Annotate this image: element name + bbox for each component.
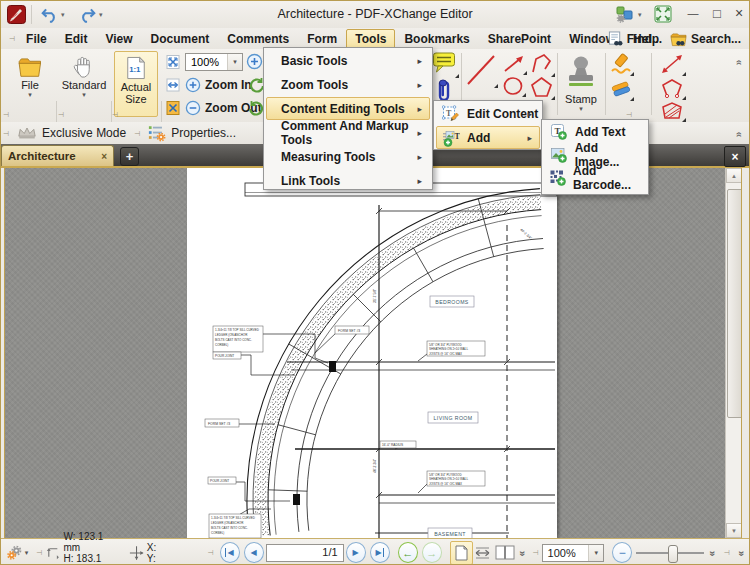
standard-tool-button[interactable]: Standard ▾: [59, 51, 109, 117]
polyline-tool[interactable]: [529, 52, 554, 76]
perimeter-tool[interactable]: [659, 77, 685, 99]
status-options-button[interactable]: ▾: [1, 544, 33, 561]
next-view-button[interactable]: →: [422, 542, 442, 563]
find-group-handle: ⊣: [598, 36, 604, 43]
highlight-tool[interactable]: [609, 53, 633, 75]
folder-icon: [17, 55, 43, 79]
status-bar: ▾ ⊣ W: 123.1 mm H: 183.1 mm X: Y: ⊣ ◀ ◀ …: [1, 538, 749, 565]
search-button[interactable]: Search...: [691, 32, 741, 46]
actual-size-button[interactable]: 1:1 ActualSize: [114, 51, 158, 117]
scroll-up-button[interactable]: ▲: [726, 168, 742, 183]
distance-tool[interactable]: [659, 53, 685, 75]
menu-file[interactable]: File: [17, 29, 56, 49]
two-page-layout-button[interactable]: [493, 542, 516, 564]
last-page-button[interactable]: ▶: [370, 542, 390, 563]
ui-options-icon[interactable]: [613, 4, 637, 24]
oval-tool[interactable]: [502, 76, 525, 96]
properties-button[interactable]: Properties...: [142, 124, 242, 142]
next-page-button[interactable]: ▶: [346, 542, 366, 563]
menu-item-add[interactable]: T Add ▸: [436, 126, 540, 149]
page-number-input[interactable]: 1/1: [266, 544, 344, 562]
menu-item-label: Comment And Markup Tools: [267, 119, 429, 147]
previous-page-button[interactable]: ◀: [244, 542, 264, 563]
tab-close-icon[interactable]: ×: [101, 151, 107, 162]
menu-edit[interactable]: Edit: [56, 29, 97, 49]
exclusive-mode-button[interactable]: Exclusive Mode: [11, 126, 132, 140]
zoom-slider-thumb[interactable]: [668, 545, 678, 563]
menu-item-basic-tools[interactable]: Basic Tools ▸: [266, 49, 430, 72]
single-page-layout-button[interactable]: [450, 541, 473, 565]
new-tab-button[interactable]: +: [120, 147, 139, 166]
menu-item-content-editing-tools[interactable]: Content Editing Tools ▸: [266, 97, 430, 120]
status-zoom-dropdown-arrow[interactable]: ▾: [588, 545, 603, 561]
file-button[interactable]: File ▾: [7, 51, 53, 117]
file-dropdown-arrow: ▾: [28, 91, 32, 98]
group-handle: ⊣: [36, 549, 42, 556]
room-label-living: LIVING ROOM: [434, 415, 473, 421]
annotation-text: JOISTS @ 16" O/C MAX: [429, 482, 462, 486]
zoom-out-slider-button[interactable]: −: [612, 542, 632, 563]
fit-width-layout-button[interactable]: [473, 542, 494, 564]
annotation-text: LEDGER (ON ANCHOR: [215, 333, 248, 337]
first-page-button[interactable]: ◀: [220, 542, 240, 563]
toolbar-handle: ⊣: [9, 35, 15, 42]
menu-form[interactable]: Form: [298, 29, 346, 49]
annotation-text: BOLTS CAST INTO CONC.: [211, 526, 248, 530]
menu-bookmarks[interactable]: Bookmarks: [395, 29, 478, 49]
ui-options-dropdown-arrow[interactable]: ▾: [638, 11, 642, 19]
line-tool[interactable]: [465, 53, 497, 87]
layout-options-chevron[interactable]: »: [516, 547, 529, 558]
menu-item-comment-markup-tools[interactable]: Comment And Markup Tools ▸: [266, 121, 430, 144]
menu-document[interactable]: Document: [142, 29, 219, 49]
menu-item-add-barcode[interactable]: Add Barcode...: [544, 167, 646, 189]
stamp-tool-button[interactable]: Stamp ▾: [560, 51, 602, 117]
menu-view[interactable]: View: [96, 29, 141, 49]
tab-architecture[interactable]: Architecture ×: [1, 145, 114, 166]
arrow-tool[interactable]: [502, 54, 526, 74]
zoom-extra-chevron[interactable]: »: [706, 547, 719, 558]
tools-menu-dropdown: Basic Tools ▸ Zoom Tools ▸ Content Editi…: [263, 47, 433, 190]
row2-collapse-chevron[interactable]: »: [737, 125, 741, 143]
add-image-icon: [549, 146, 569, 164]
menu-item-add-image[interactable]: Add Image...: [544, 144, 646, 166]
polygon-tool[interactable]: [529, 75, 554, 99]
eraser-tool[interactable]: [609, 78, 633, 100]
menu-item-link-tools[interactable]: Link Tools ▸: [266, 169, 430, 192]
menu-item-measuring-tools[interactable]: Measuring Tools ▸: [266, 145, 430, 168]
find-button[interactable]: Find...: [627, 32, 662, 46]
group-handle: ⊣: [724, 549, 730, 556]
group-handle: ⊣: [207, 549, 213, 556]
menu-sharepoint[interactable]: SharePoint: [479, 29, 560, 49]
annotation-text: POUR JOINT: [215, 354, 234, 358]
menu-item-zoom-tools[interactable]: Zoom Tools ▸: [266, 73, 430, 96]
toolbar-collapse-chevron[interactable]: »: [737, 53, 741, 71]
menu-comments[interactable]: Comments: [218, 29, 298, 49]
close-document-button[interactable]: ×: [724, 146, 746, 167]
vertical-scrollbar[interactable]: ▲ ▼: [725, 168, 742, 538]
document-viewport[interactable]: BEDROOMS LIVING ROOM BASEMENT 1-3/4×11 7…: [4, 168, 742, 538]
previous-view-button[interactable]: ←: [398, 542, 418, 563]
menu-item-edit-content[interactable]: T Edit Content ▸: [436, 102, 540, 125]
zoom-slider[interactable]: [636, 543, 704, 563]
menu-tools[interactable]: Tools: [346, 29, 395, 49]
properties-label: Properties...: [171, 126, 236, 140]
line-flyout-mark: [494, 84, 498, 88]
title-bar: ▾ ▾ Architecture - PDF-XChange Editor ▾ …: [1, 1, 749, 29]
status-zoom-combo[interactable]: 100% ▾: [542, 544, 605, 562]
fit-visible-button[interactable]: [164, 99, 182, 117]
fullscreen-icon[interactable]: [651, 4, 675, 24]
fit-page-button[interactable]: [164, 53, 182, 71]
zoom-combo-dropdown-arrow[interactable]: ▾: [227, 54, 242, 70]
submenu-arrow-icon: ▸: [417, 128, 422, 138]
fit-width-button[interactable]: [164, 76, 182, 94]
area-tool[interactable]: [659, 101, 685, 121]
zoom-tool-icon[interactable]: [246, 53, 263, 70]
statusbar-overflow-chevron[interactable]: »: [734, 547, 749, 558]
menu-item-add-text[interactable]: T Add Text: [544, 121, 646, 143]
scroll-down-button[interactable]: ▼: [726, 523, 742, 538]
zoom-level-combo[interactable]: 100% ▾: [185, 53, 243, 71]
pdf-page[interactable]: BEDROOMS LIVING ROOM BASEMENT 1-3/4×11 7…: [187, 168, 557, 538]
scrollbar-thumb[interactable]: [727, 189, 742, 418]
close-button[interactable]: ×: [725, 4, 750, 22]
sticky-note-tool[interactable]: [432, 51, 458, 77]
